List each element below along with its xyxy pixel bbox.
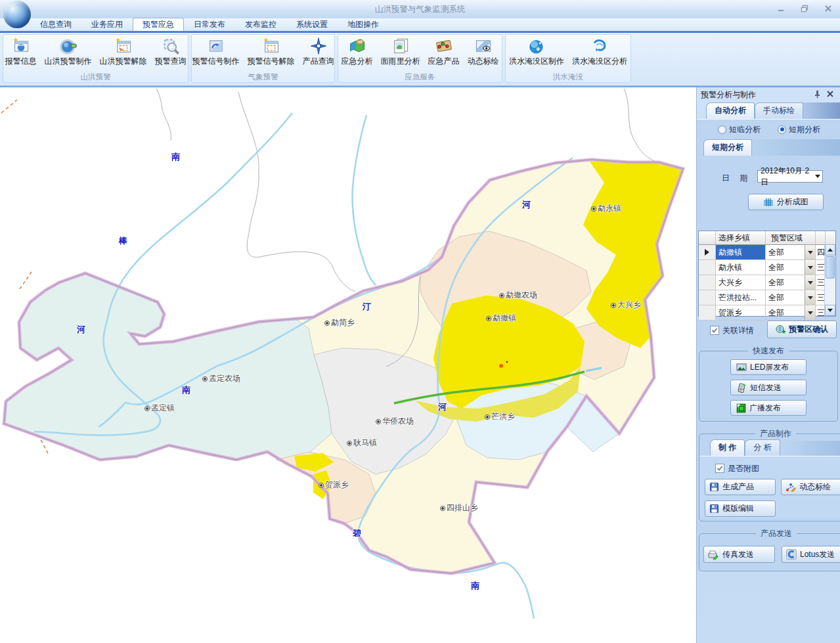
link-detail-checkbox[interactable] <box>710 326 719 335</box>
menu-tab-info-query[interactable]: 信息查询 <box>30 18 81 31</box>
town-label: 耿马镇 <box>347 437 377 449</box>
alert-dot-small <box>506 361 508 363</box>
toolbar-button-label: 动态标绘 <box>468 56 499 67</box>
menu-tab-business[interactable]: 业务应用 <box>81 18 133 31</box>
tab-analyze[interactable]: 分 析 <box>745 439 780 456</box>
broadcast-publish-button[interactable]: 广播发布 <box>730 400 807 416</box>
generate-product-button[interactable]: 生成产品 <box>705 479 776 495</box>
river-label: 南 <box>471 580 479 592</box>
table-row[interactable]: 芒洪拉祜... 全部 三 <box>699 290 835 305</box>
radio-short-term-nowcast[interactable]: 短临分析 <box>718 124 761 135</box>
scrollbar-thumb[interactable] <box>826 256 835 278</box>
table-row[interactable]: 勐永镇 全部 三 <box>699 260 835 275</box>
map-canvas[interactable]: 勐永镇 勐撒农场 大兴乡 勐撒镇 勐简乡 孟定农场 孟定镇 华侨农场 耿马镇 芒… <box>0 87 696 643</box>
attach-image-checkbox[interactable] <box>715 464 724 473</box>
town-label: 勐撒镇 <box>486 313 516 324</box>
town-label: 华侨农场 <box>376 416 414 427</box>
globe-plus-icon <box>776 324 785 334</box>
town-label: 勐永镇 <box>591 203 621 214</box>
col-header-region[interactable]: 预警区域 <box>766 231 816 244</box>
flood-warning-cancel-button[interactable]: 山洪预警解除 <box>96 35 151 72</box>
flood-warning-create-button[interactable]: 山洪预警制作 <box>41 35 96 72</box>
warning-query-icon <box>161 37 181 55</box>
sms-icon <box>736 383 747 393</box>
toolbar-group-label: 气象预警 <box>192 72 334 82</box>
radio-dot-selected <box>778 125 786 134</box>
scroll-up-icon[interactable] <box>825 244 835 255</box>
alarm-info-button[interactable]: 报警信息 <box>1 35 41 72</box>
col-header-town[interactable]: 选择乡镇 <box>716 231 766 244</box>
region-combo-button[interactable] <box>805 305 815 320</box>
alarm-info-icon <box>11 37 31 55</box>
toolbar-button-label: 山洪预警制作 <box>45 56 92 67</box>
close-button[interactable] <box>820 3 837 14</box>
scroll-down-icon[interactable] <box>825 305 835 316</box>
analysis-mode-radios: 短临分析 短期分析 <box>697 120 840 139</box>
table-header-row: 选择乡镇 预警区域 <box>699 231 835 245</box>
township-table: 选择乡镇 预警区域 勐撒镇 全部 四 勐永镇 全部 三 大兴乡 全部 三 <box>698 231 836 317</box>
fax-send-button[interactable]: 传真发送 <box>703 546 775 563</box>
alert-dot <box>499 364 503 368</box>
quick-publish-title: 快速发布 <box>748 345 789 357</box>
toolbar-button-label: 报警信息 <box>5 56 37 67</box>
subtab-short-range[interactable]: 短期分析 <box>703 139 752 156</box>
dynamic-plot-icon <box>474 37 493 55</box>
date-dropdown[interactable]: 2012年10月 2日 <box>757 170 823 183</box>
current-row-icon <box>705 249 709 255</box>
menu-tab-publish-monitor[interactable]: 发布监控 <box>235 18 286 31</box>
template-edit-button[interactable]: 模版编辑 <box>705 500 776 517</box>
minimize-button[interactable] <box>772 3 789 14</box>
emergency-product-icon <box>434 37 454 55</box>
rainfall-analysis-button[interactable]: 面雨里分析 <box>377 35 424 72</box>
sms-send-button[interactable]: 短信发送 <box>730 380 807 395</box>
tab-manual-plot[interactable]: 手动标绘 <box>755 102 803 119</box>
warning-query-button[interactable]: 预警查询 <box>151 35 190 72</box>
product-make-group: 产品制作 制 作 分 析 是否附图 生成产品 动态标绘 <box>699 428 840 521</box>
rainfall-analysis-icon <box>391 37 410 55</box>
menu-tab-system-settings[interactable]: 系统设置 <box>286 18 338 31</box>
signal-create-button[interactable]: 预警信号制作 <box>188 35 244 72</box>
app-logo-icon <box>3 1 31 28</box>
analyze-map-button[interactable]: 分析成图 <box>748 194 824 210</box>
window-title: 山洪预警与气象监测系统 <box>0 4 840 15</box>
region-combo-button[interactable] <box>805 260 815 275</box>
region-combo-button[interactable] <box>805 245 815 259</box>
flood-warning-create-icon <box>58 37 78 55</box>
map-svg <box>0 87 695 643</box>
region-combo-button[interactable] <box>805 290 815 305</box>
menu-tab-map-operate[interactable]: 地图操作 <box>338 18 389 31</box>
tab-make[interactable]: 制 作 <box>710 439 745 456</box>
emergency-analysis-button[interactable]: 应急分析 <box>338 35 377 72</box>
tab-auto-analysis[interactable]: 自动分析 <box>706 102 755 119</box>
toolbar-group-label: 洪水淹没 <box>506 72 630 82</box>
toolbar-button-label: 洪水淹没区制作 <box>509 56 564 67</box>
lotus-send-button[interactable]: Lotus发送 <box>782 546 840 563</box>
menu-tab-daily-publish[interactable]: 日常发布 <box>184 18 235 31</box>
toolbar-button-label: 洪水淹没区分析 <box>572 56 627 67</box>
flood-area-create-button[interactable]: 洪水淹没区制作 <box>505 35 568 72</box>
river-label: 汀 <box>363 301 371 313</box>
menu-tab-warning-emergency[interactable]: 预警应急 <box>133 18 184 32</box>
flood-area-analysis-button[interactable]: 洪水淹没区分析 <box>568 35 631 72</box>
signal-cancel-icon <box>261 37 281 55</box>
link-detail-row: 关联详情 预警区确认 <box>697 322 840 339</box>
table-row[interactable]: 勐撒镇 全部 四 <box>699 245 835 260</box>
signal-cancel-button[interactable]: 预警信号解除 <box>244 35 299 72</box>
close-icon[interactable] <box>826 89 835 99</box>
region-combo-button[interactable] <box>805 275 815 290</box>
restore-button[interactable] <box>796 3 813 14</box>
pin-icon[interactable] <box>812 89 822 99</box>
river-label: 河 <box>438 401 447 413</box>
dynamic-plot-panel-button[interactable]: 动态标绘 <box>781 479 840 495</box>
table-row[interactable]: 大兴乡 全部 三 <box>699 275 835 290</box>
led-publish-button[interactable]: LED屏发布 <box>730 359 807 375</box>
emergency-product-button[interactable]: 应急产品 <box>424 35 464 72</box>
confirm-warning-area-button[interactable]: 预警区确认 <box>767 321 837 338</box>
radio-short-range[interactable]: 短期分析 <box>778 124 820 135</box>
product-query-button[interactable]: 产品查询 <box>299 35 338 72</box>
table-row[interactable]: 贺派乡 全部 三 <box>699 305 835 321</box>
toolbar-button-label: 应急分析 <box>342 56 373 67</box>
signal-create-icon <box>206 37 226 55</box>
table-scrollbar[interactable] <box>824 244 835 316</box>
dynamic-plot-button[interactable]: 动态标绘 <box>464 35 503 72</box>
